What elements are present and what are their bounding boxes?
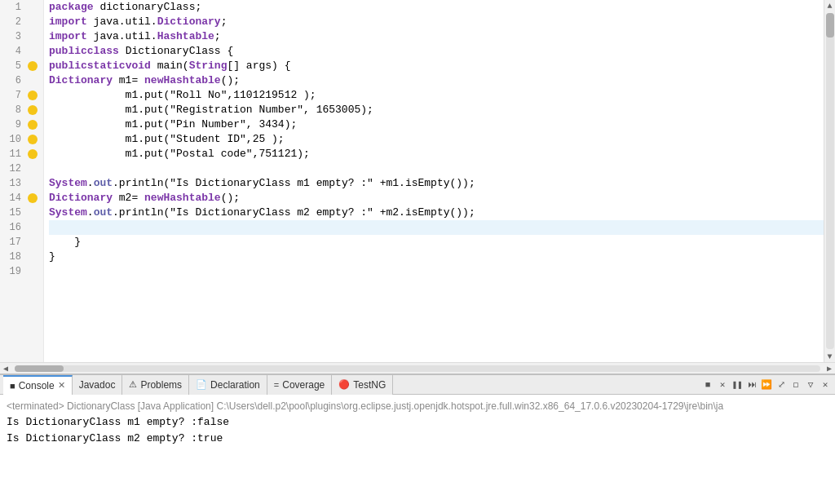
scroll-track[interactable] [826, 13, 834, 349]
code-line-14: Dictionary m2= new Hashtable(); [49, 191, 824, 206]
line-number-2: 2 [0, 16, 24, 28]
tab-javadoc[interactable]: Javadoc [73, 375, 123, 395]
tab-label-testng: TestNG [353, 379, 386, 391]
gutter-line-14: 14 [0, 191, 43, 206]
gutter-line-18: 18 [0, 250, 43, 264]
scroll-thumb[interactable] [826, 13, 834, 38]
code-line-4: public class DictionaryClass { [49, 44, 824, 59]
gutter-line-15: 15 [0, 206, 43, 220]
line-icon-5 [24, 61, 41, 71]
line-icon-9 [24, 120, 41, 130]
toolbar-btn-2[interactable]: ❚❚ [731, 378, 744, 391]
gutter-line-7: 7 [0, 88, 43, 103]
toolbar-btn-6[interactable]: ◻ [789, 378, 802, 391]
gutter-line-19: 19 [0, 264, 43, 279]
line-number-13: 13 [0, 178, 24, 189]
line-number-17: 17 [0, 237, 24, 248]
gutter-line-11: 11 [0, 147, 43, 161]
line-number-19: 19 [0, 266, 24, 277]
gutter-line-12: 12 [0, 161, 43, 176]
line-icon-14 [24, 193, 41, 203]
line-number-16: 16 [0, 222, 24, 233]
line-icon-8 [24, 105, 41, 115]
line-number-7: 7 [0, 90, 24, 101]
tab-declaration[interactable]: 📄Declaration [189, 375, 267, 395]
bottom-panel: ■Console✕Javadoc⚠Problems📄Declaration=Co… [0, 374, 835, 504]
toolbar-btn-1[interactable]: ✕ [716, 378, 729, 391]
vertical-scrollbar[interactable]: ▲ ▼ [824, 0, 835, 362]
code-line-17: } [49, 235, 824, 250]
console-output-line-0: Is DictionaryClass m1 empty? :false [7, 414, 828, 431]
tab-testng[interactable]: 🔴TestNG [332, 375, 393, 395]
line-number-12: 12 [0, 163, 24, 175]
code-line-12 [49, 161, 824, 176]
line-number-5: 5 [0, 60, 24, 72]
tab-icon-problems: ⚠ [129, 379, 137, 390]
code-line-10: m1.put("Student ID",25 ); [49, 132, 824, 147]
breakpoint-icon [28, 91, 38, 100]
tab-coverage[interactable]: =Coverage [267, 375, 332, 395]
tab-icon-testng: 🔴 [338, 379, 350, 390]
code-line-7: m1.put("Roll No",1101219512 ); [49, 88, 824, 103]
toolbar-btn-8[interactable]: ✕ [819, 378, 832, 391]
breakpoint-icon [28, 193, 38, 203]
h-scroll-thumb[interactable] [15, 365, 64, 372]
tab-close-console[interactable]: ✕ [58, 380, 65, 391]
gutter-line-2: 2 [0, 15, 43, 29]
line-number-9: 9 [0, 119, 24, 130]
gutter-line-10: 10 [0, 132, 43, 147]
scroll-up-arrow[interactable]: ▲ [824, 0, 836, 11]
h-scroll-track[interactable] [15, 365, 820, 372]
gutter-line-9: 9 [0, 117, 43, 132]
code-editor[interactable]: 1 2 3 4 5 6 7 8 9 10 11 12 13 14 [0, 0, 835, 362]
code-line-15: System.out.println("Is DictionaryClass m… [49, 206, 824, 220]
line-number-8: 8 [0, 104, 24, 116]
scroll-down-arrow[interactable]: ▼ [824, 351, 836, 362]
editor-area: 1 2 3 4 5 6 7 8 9 10 11 12 13 14 [0, 0, 835, 374]
toolbar-btn-7[interactable]: ▽ [804, 378, 817, 391]
line-number-3: 3 [0, 31, 24, 42]
gutter-line-1: 1 [0, 0, 43, 15]
tab-console[interactable]: ■Console✕ [3, 375, 73, 395]
tab-icon-console: ■ [10, 381, 15, 391]
horizontal-scrollbar[interactable]: ◀ ▶ [0, 362, 835, 374]
breakpoint-icon [28, 149, 38, 159]
toolbar-btn-0[interactable]: ■ [701, 378, 714, 391]
code-line-18: } [49, 250, 824, 264]
line-gutter: 1 2 3 4 5 6 7 8 9 10 11 12 13 14 [0, 0, 44, 362]
tab-label-problems: Problems [140, 379, 182, 391]
gutter-line-16: 16 [0, 220, 43, 235]
tab-label-javadoc: Javadoc [79, 379, 116, 391]
tab-problems[interactable]: ⚠Problems [122, 375, 189, 395]
toolbar-btn-5[interactable]: ⤢ [775, 378, 788, 391]
line-number-10: 10 [0, 134, 24, 145]
tab-label-declaration: Declaration [210, 379, 260, 391]
tab-bar: ■Console✕Javadoc⚠Problems📄Declaration=Co… [0, 375, 835, 395]
code-line-19 [49, 264, 824, 279]
scroll-right-arrow[interactable]: ▶ [824, 363, 835, 374]
toolbar-btn-4[interactable]: ⏩ [760, 378, 773, 391]
code-line-1: package dictionaryClass; [49, 0, 824, 15]
breakpoint-icon [28, 120, 38, 130]
gutter-line-13: 13 [0, 176, 43, 191]
tab-icon-declaration: 📄 [196, 379, 207, 390]
line-number-6: 6 [0, 75, 24, 86]
breakpoint-icon [28, 135, 38, 144]
breakpoint-icon [28, 61, 38, 71]
toolbar-btn-3[interactable]: ⏭ [745, 378, 758, 391]
code-line-9: m1.put("Pin Number", 3434); [49, 117, 824, 132]
code-line-13: System.out.println("Is DictionaryClass m… [49, 176, 824, 191]
line-icon-7 [24, 91, 41, 100]
line-number-4: 4 [0, 46, 24, 57]
scroll-left-arrow[interactable]: ◀ [0, 363, 11, 374]
line-number-11: 11 [0, 148, 24, 160]
code-line-5: public static void main(String[] args) { [49, 59, 824, 73]
console-output: <terminated> DictionaryClass [Java Appli… [0, 395, 835, 504]
breakpoint-icon [28, 105, 38, 115]
tab-label-console: Console [19, 380, 55, 391]
code-line-16 [49, 220, 824, 235]
tab-icon-coverage: = [274, 380, 279, 390]
code-content[interactable]: package dictionaryClass;import java.util… [44, 0, 824, 362]
line-number-18: 18 [0, 251, 24, 263]
code-line-3: import java.util.Hashtable; [49, 29, 824, 44]
